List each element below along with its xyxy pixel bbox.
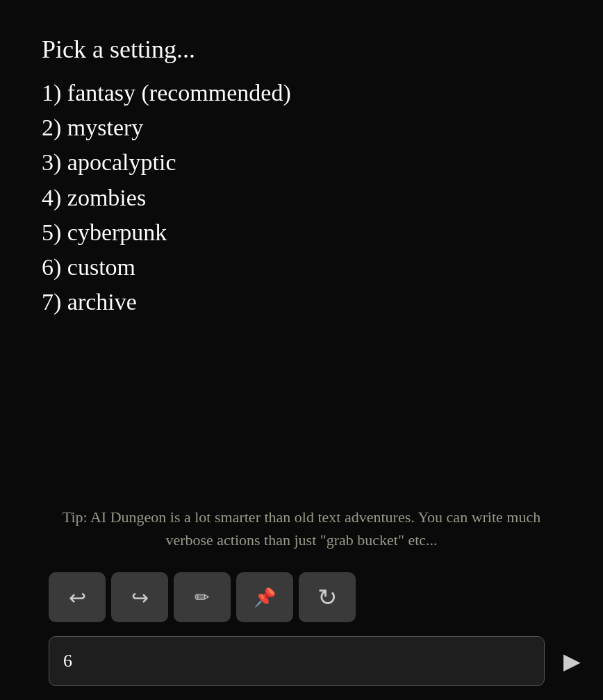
tip-section: Tip: AI Dungeon is a lot smarter than ol… xyxy=(0,492,603,565)
list-item: 5) cyberpunk xyxy=(42,217,561,248)
list-item: 1) fantasy (recommended) xyxy=(42,78,561,108)
list-item: 2) mystery xyxy=(42,112,561,143)
list-item: 4) zombies xyxy=(42,183,561,213)
main-content: Pick a setting... 1) fantasy (recommende… xyxy=(0,0,603,450)
edit-button[interactable]: ✏ xyxy=(174,572,231,622)
send-icon: ▶ xyxy=(563,648,581,674)
pin-icon: 📌 xyxy=(254,587,276,608)
prompt-title: Pick a setting... xyxy=(42,35,561,64)
list-item: 6) custom xyxy=(42,252,561,283)
list-item: 3) apocalyptic xyxy=(42,147,561,178)
undo-icon: ↩ xyxy=(69,585,86,610)
edit-icon: ✏ xyxy=(195,587,210,608)
send-button[interactable]: ▶ xyxy=(554,644,589,678)
toolbar: ↩ ↪ ✏ 📌 ↻ xyxy=(0,565,603,629)
redo-icon: ↪ xyxy=(131,585,149,610)
refresh-icon: ↻ xyxy=(317,583,337,611)
pin-button[interactable]: 📌 xyxy=(236,572,293,622)
undo-button[interactable]: ↩ xyxy=(49,572,106,622)
menu-list: 1) fantasy (recommended)2) mystery3) apo… xyxy=(42,78,561,317)
list-item: 7) archive xyxy=(42,287,561,317)
redo-button[interactable]: ↪ xyxy=(111,572,168,622)
input-row: ▶ xyxy=(0,629,603,700)
action-input[interactable] xyxy=(49,636,545,686)
refresh-button[interactable]: ↻ xyxy=(299,572,356,622)
tip-text: Tip: AI Dungeon is a lot smarter than ol… xyxy=(63,508,540,549)
